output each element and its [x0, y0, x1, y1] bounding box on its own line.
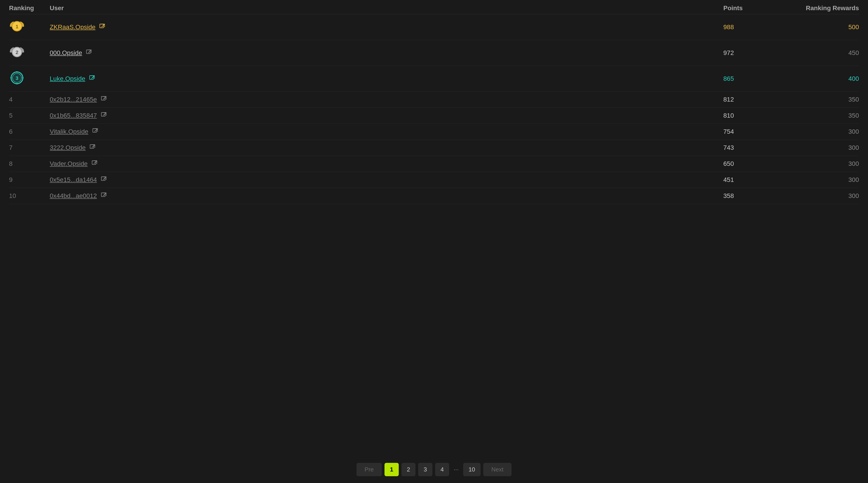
user-cell: ZKRaaS.Opside [50, 23, 723, 31]
external-link-icon[interactable] [91, 160, 98, 168]
username-link[interactable]: 0x2b12...21465e [50, 96, 97, 103]
external-link-icon[interactable] [89, 75, 95, 83]
external-link-icon[interactable] [86, 49, 92, 57]
table-row: 10 0x44bd...ae0012 358 300 [9, 188, 859, 204]
next-button[interactable]: Next [483, 463, 512, 476]
rank-cell: 8 [9, 160, 50, 167]
user-cell: Luke.Opside [50, 75, 723, 83]
page-3-button[interactable]: 3 [418, 463, 432, 476]
rewards-cell: 500 [791, 24, 859, 31]
leaderboard-container: Ranking User Points Ranking Rewards 1 ZK… [0, 0, 868, 457]
svg-text:1: 1 [16, 24, 18, 29]
rewards-cell: 350 [791, 96, 859, 103]
svg-line-42 [103, 177, 106, 180]
table-row: 7 3222.Opside 743 300 [9, 140, 859, 156]
svg-line-38 [92, 145, 95, 148]
rank-number: 7 [9, 144, 13, 151]
rank-cell: 1 [9, 18, 50, 36]
points-cell: 812 [723, 96, 791, 103]
user-cell: 000.Opside [50, 49, 723, 57]
svg-point-27 [22, 77, 24, 79]
points-cell: 988 [723, 24, 791, 31]
user-cell: 0x44bd...ae0012 [50, 192, 723, 200]
svg-line-36 [94, 129, 97, 132]
page-2-button[interactable]: 2 [401, 463, 415, 476]
svg-text:3: 3 [16, 75, 18, 81]
external-link-icon[interactable] [99, 23, 105, 31]
username-link[interactable]: Vader.Opside [50, 160, 88, 167]
username-link[interactable]: Luke.Opside [50, 75, 85, 82]
username-link[interactable]: 0x1b65...835847 [50, 112, 97, 119]
svg-line-44 [103, 193, 106, 196]
user-cell: 0x2b12...21465e [50, 96, 723, 104]
points-cell: 358 [723, 192, 791, 200]
gold-medal-icon: 1 [9, 18, 25, 36]
table-row: 9 0x5e15...da1464 451 300 [9, 172, 859, 188]
rewards-header: Ranking Rewards [791, 4, 859, 12]
user-cell: Vitalik.Opside [50, 128, 723, 136]
pagination-dots: ··· [452, 466, 460, 473]
svg-point-26 [10, 77, 12, 79]
svg-line-32 [103, 96, 106, 100]
external-link-icon[interactable] [101, 176, 107, 184]
points-header: Points [723, 4, 791, 12]
user-cell: 3222.Opside [50, 144, 723, 151]
pagination: Pre 1 2 3 4 ··· 10 Next [0, 457, 868, 483]
rewards-cell: 450 [791, 49, 859, 57]
table-row: 4 0x2b12...21465e 812 350 [9, 92, 859, 108]
rank-cell: 7 [9, 144, 50, 151]
rank-cell: 4 [9, 96, 50, 103]
rewards-cell: 300 [791, 128, 859, 135]
svg-text:2: 2 [16, 50, 18, 55]
points-cell: 972 [723, 49, 791, 57]
svg-line-30 [92, 76, 94, 79]
rewards-cell: 300 [791, 144, 859, 151]
silver-medal-icon: 2 [9, 44, 25, 61]
username-link[interactable]: 0x5e15...da1464 [50, 176, 97, 183]
rank-cell: 3 [9, 70, 50, 87]
pre-button[interactable]: Pre [356, 463, 382, 476]
page-4-button[interactable]: 4 [435, 463, 449, 476]
page-1-button[interactable]: 1 [384, 463, 399, 476]
table-row: 5 0x1b65...835847 810 350 [9, 108, 859, 124]
rank-cell: 2 [9, 44, 50, 61]
page-10-button[interactable]: 10 [463, 463, 480, 476]
user-cell: 0x5e15...da1464 [50, 176, 723, 184]
svg-point-25 [16, 83, 18, 84]
external-link-icon[interactable] [101, 192, 107, 200]
rank-cell: 5 [9, 112, 50, 119]
points-cell: 451 [723, 176, 791, 183]
external-link-icon[interactable] [89, 144, 96, 151]
svg-line-21 [88, 50, 91, 53]
rewards-cell: 400 [791, 75, 859, 82]
svg-line-40 [94, 161, 97, 164]
svg-line-10 [102, 24, 105, 27]
ranking-header: Ranking [9, 4, 50, 12]
rewards-cell: 300 [791, 176, 859, 183]
rank-cell: 9 [9, 176, 50, 183]
username-link[interactable]: 3222.Opside [50, 144, 86, 151]
rank-number: 5 [9, 112, 13, 119]
external-link-icon[interactable] [101, 112, 107, 119]
points-cell: 754 [723, 128, 791, 135]
table-row: 1 ZKRaaS.Opside 988 500 [9, 14, 859, 40]
rank-cell: 6 [9, 128, 50, 135]
username-link[interactable]: ZKRaaS.Opside [50, 24, 95, 31]
table-header: Ranking User Points Ranking Rewards [9, 0, 859, 14]
external-link-icon[interactable] [92, 128, 98, 136]
rank-number: 6 [9, 128, 13, 135]
username-link[interactable]: 0x44bd...ae0012 [50, 192, 97, 200]
user-header: User [50, 4, 723, 12]
external-link-icon[interactable] [101, 96, 107, 104]
points-cell: 810 [723, 112, 791, 119]
points-cell: 650 [723, 160, 791, 167]
user-cell: 0x1b65...835847 [50, 112, 723, 119]
table-row: 6 Vitalik.Opside 754 300 [9, 124, 859, 140]
username-link[interactable]: 000.Opside [50, 49, 82, 57]
rewards-cell: 300 [791, 192, 859, 200]
rank-number: 10 [9, 192, 16, 200]
table-row: 2 000.Opside 972 450 [9, 40, 859, 66]
user-cell: Vader.Opside [50, 160, 723, 168]
username-link[interactable]: Vitalik.Opside [50, 128, 88, 135]
points-cell: 865 [723, 75, 791, 82]
